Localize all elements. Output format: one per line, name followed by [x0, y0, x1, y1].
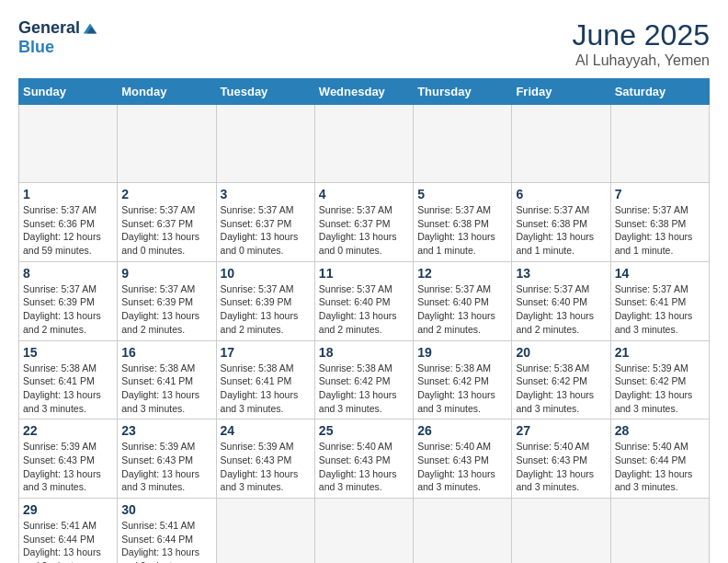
title-area: June 2025 Al Luhayyah, Yemen	[573, 18, 710, 69]
calendar-cell: 17Sunrise: 5:38 AMSunset: 6:41 PMDayligh…	[216, 340, 314, 419]
calendar-cell	[314, 105, 413, 183]
calendar-cell: 28Sunrise: 5:40 AMSunset: 6:44 PMDayligh…	[610, 419, 709, 499]
day-number: 21	[615, 345, 705, 360]
calendar-cell	[414, 105, 512, 183]
logo-general-text: General	[18, 18, 80, 38]
day-info: Sunrise: 5:38 AMSunset: 6:42 PMDaylight:…	[319, 362, 409, 416]
day-number: 23	[121, 423, 211, 438]
calendar-cell: 26Sunrise: 5:40 AMSunset: 6:43 PMDayligh…	[414, 419, 512, 499]
calendar-cell: 20Sunrise: 5:38 AMSunset: 6:42 PMDayligh…	[512, 340, 610, 419]
day-number: 24	[221, 423, 311, 438]
calendar-cell	[216, 105, 314, 183]
calendar-cell: 15Sunrise: 5:38 AMSunset: 6:41 PMDayligh…	[19, 340, 118, 419]
day-number: 30	[121, 502, 211, 517]
calendar-cell: 10Sunrise: 5:37 AMSunset: 6:39 PMDayligh…	[216, 261, 314, 340]
weekday-header-thursday: Thursday	[414, 79, 512, 105]
day-info: Sunrise: 5:37 AMSunset: 6:39 PMDaylight:…	[23, 282, 113, 337]
day-info: Sunrise: 5:37 AMSunset: 6:36 PMDaylight:…	[23, 203, 113, 258]
day-info: Sunrise: 5:38 AMSunset: 6:42 PMDaylight:…	[417, 362, 507, 416]
day-number: 1	[23, 187, 113, 201]
day-info: Sunrise: 5:40 AMSunset: 6:43 PMDaylight:…	[417, 440, 507, 494]
day-info: Sunrise: 5:37 AMSunset: 6:37 PMDaylight:…	[221, 203, 311, 258]
day-number: 11	[319, 266, 409, 281]
day-info: Sunrise: 5:38 AMSunset: 6:41 PMDaylight:…	[23, 362, 113, 416]
weekday-header-monday: Monday	[118, 79, 216, 105]
day-number: 9	[121, 266, 211, 281]
day-number: 13	[516, 266, 606, 281]
day-number: 8	[23, 266, 113, 281]
calendar-cell: 2Sunrise: 5:37 AMSunset: 6:37 PMDaylight…	[118, 183, 216, 262]
calendar-week-row: 15Sunrise: 5:38 AMSunset: 6:41 PMDayligh…	[19, 340, 710, 419]
day-number: 15	[23, 345, 113, 360]
logo-icon	[82, 20, 98, 37]
day-number: 20	[516, 345, 606, 360]
weekday-header-sunday: Sunday	[19, 79, 118, 105]
day-number: 7	[615, 187, 705, 201]
day-number: 19	[417, 345, 507, 360]
calendar-cell: 3Sunrise: 5:37 AMSunset: 6:37 PMDaylight…	[216, 183, 314, 262]
calendar-cell	[19, 105, 118, 183]
calendar-cell	[610, 105, 709, 183]
day-info: Sunrise: 5:39 AMSunset: 6:43 PMDaylight:…	[23, 440, 113, 494]
day-info: Sunrise: 5:37 AMSunset: 6:39 PMDaylight:…	[221, 282, 311, 337]
calendar-cell: 11Sunrise: 5:37 AMSunset: 6:40 PMDayligh…	[314, 261, 413, 340]
day-info: Sunrise: 5:40 AMSunset: 6:43 PMDaylight:…	[319, 440, 409, 494]
day-number: 14	[615, 266, 705, 281]
weekday-header-saturday: Saturday	[610, 79, 709, 105]
location-title: Al Luhayyah, Yemen	[573, 52, 710, 69]
calendar-cell: 13Sunrise: 5:37 AMSunset: 6:40 PMDayligh…	[512, 261, 610, 340]
calendar-cell: 1Sunrise: 5:37 AMSunset: 6:36 PMDaylight…	[19, 183, 118, 262]
weekday-header-row: SundayMondayTuesdayWednesdayThursdayFrid…	[19, 79, 710, 105]
calendar-cell: 25Sunrise: 5:40 AMSunset: 6:43 PMDayligh…	[314, 419, 413, 499]
calendar-cell: 29Sunrise: 5:41 AMSunset: 6:44 PMDayligh…	[19, 499, 118, 564]
calendar-cell: 12Sunrise: 5:37 AMSunset: 6:40 PMDayligh…	[414, 261, 512, 340]
day-number: 28	[615, 423, 705, 438]
day-info: Sunrise: 5:37 AMSunset: 6:38 PMDaylight:…	[516, 203, 606, 258]
day-number: 2	[121, 187, 211, 201]
day-info: Sunrise: 5:39 AMSunset: 6:43 PMDaylight:…	[121, 440, 211, 494]
calendar-cell	[512, 105, 610, 183]
calendar-week-row: 8Sunrise: 5:37 AMSunset: 6:39 PMDaylight…	[19, 261, 710, 340]
month-title: June 2025	[573, 18, 710, 52]
day-info: Sunrise: 5:37 AMSunset: 6:37 PMDaylight:…	[121, 203, 211, 258]
day-info: Sunrise: 5:37 AMSunset: 6:40 PMDaylight:…	[516, 282, 606, 337]
calendar-cell: 14Sunrise: 5:37 AMSunset: 6:41 PMDayligh…	[610, 261, 709, 340]
calendar-cell	[314, 499, 413, 564]
day-info: Sunrise: 5:38 AMSunset: 6:42 PMDaylight:…	[516, 362, 606, 416]
calendar-cell: 19Sunrise: 5:38 AMSunset: 6:42 PMDayligh…	[414, 340, 512, 419]
calendar-cell: 24Sunrise: 5:39 AMSunset: 6:43 PMDayligh…	[216, 419, 314, 499]
day-info: Sunrise: 5:37 AMSunset: 6:40 PMDaylight:…	[319, 282, 409, 337]
day-number: 26	[417, 423, 507, 438]
day-info: Sunrise: 5:40 AMSunset: 6:43 PMDaylight:…	[516, 440, 606, 494]
day-number: 5	[417, 187, 507, 201]
day-info: Sunrise: 5:41 AMSunset: 6:44 PMDaylight:…	[121, 519, 211, 563]
day-info: Sunrise: 5:37 AMSunset: 6:37 PMDaylight:…	[319, 203, 409, 258]
calendar-cell: 5Sunrise: 5:37 AMSunset: 6:38 PMDaylight…	[414, 183, 512, 262]
page-header: General Blue June 2025 Al Luhayyah, Yeme…	[18, 18, 710, 69]
calendar-cell: 8Sunrise: 5:37 AMSunset: 6:39 PMDaylight…	[19, 261, 118, 340]
day-info: Sunrise: 5:37 AMSunset: 6:41 PMDaylight:…	[615, 282, 705, 337]
weekday-header-tuesday: Tuesday	[216, 79, 314, 105]
weekday-header-friday: Friday	[512, 79, 610, 105]
logo: General Blue	[18, 18, 98, 57]
calendar-cell: 23Sunrise: 5:39 AMSunset: 6:43 PMDayligh…	[118, 419, 216, 499]
day-number: 22	[23, 423, 113, 438]
day-info: Sunrise: 5:37 AMSunset: 6:39 PMDaylight:…	[121, 282, 211, 337]
day-number: 6	[516, 187, 606, 201]
calendar-week-row: 29Sunrise: 5:41 AMSunset: 6:44 PMDayligh…	[19, 499, 710, 564]
calendar-cell	[414, 499, 512, 564]
calendar-cell: 30Sunrise: 5:41 AMSunset: 6:44 PMDayligh…	[118, 499, 216, 564]
day-info: Sunrise: 5:40 AMSunset: 6:44 PMDaylight:…	[615, 440, 705, 494]
calendar-cell: 6Sunrise: 5:37 AMSunset: 6:38 PMDaylight…	[512, 183, 610, 262]
day-number: 10	[221, 266, 311, 281]
day-number: 17	[221, 345, 311, 360]
weekday-header-wednesday: Wednesday	[314, 79, 413, 105]
day-info: Sunrise: 5:39 AMSunset: 6:42 PMDaylight:…	[615, 362, 705, 416]
day-info: Sunrise: 5:39 AMSunset: 6:43 PMDaylight:…	[221, 440, 311, 494]
calendar-cell: 16Sunrise: 5:38 AMSunset: 6:41 PMDayligh…	[118, 340, 216, 419]
day-number: 25	[319, 423, 409, 438]
calendar-table: SundayMondayTuesdayWednesdayThursdayFrid…	[18, 78, 710, 563]
calendar-cell: 18Sunrise: 5:38 AMSunset: 6:42 PMDayligh…	[314, 340, 413, 419]
calendar-cell: 22Sunrise: 5:39 AMSunset: 6:43 PMDayligh…	[19, 419, 118, 499]
day-number: 4	[319, 187, 409, 201]
